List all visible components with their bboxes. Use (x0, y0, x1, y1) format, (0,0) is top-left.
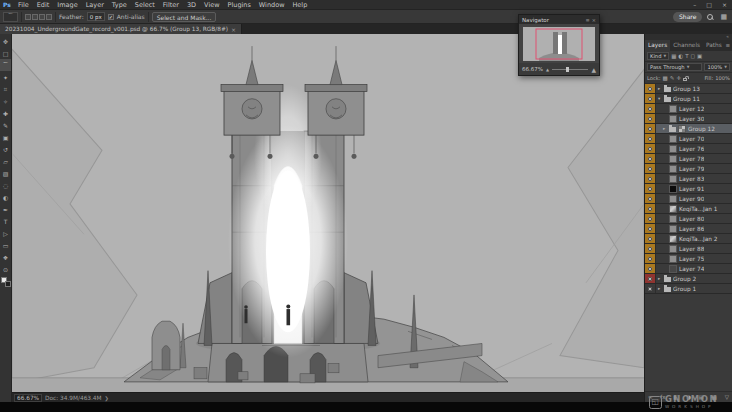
tool-path-selection[interactable]: ▷ (0, 227, 11, 239)
tool-lasso[interactable]: ⌒ (0, 59, 11, 71)
layer-row-layer-91[interactable]: Layer 91 (645, 184, 732, 194)
visibility-toggle[interactable] (645, 104, 656, 113)
layer-name[interactable]: Layer 90 (679, 196, 704, 202)
blend-mode-dropdown[interactable]: Pass Through ▼ (647, 63, 702, 71)
tool-gradient[interactable]: ▨ (0, 167, 11, 179)
artwork-canvas[interactable] (12, 34, 644, 392)
layer-row-body[interactable]: ▸ Group 12 (656, 124, 732, 133)
tool-pen[interactable]: ✒ (0, 203, 11, 215)
intersect-selection-icon[interactable] (46, 14, 52, 20)
visibility-toggle[interactable] (645, 154, 656, 163)
layer-row-layer-79[interactable]: Layer 79 (645, 164, 732, 174)
menu-plugins[interactable]: Plugins (224, 0, 255, 10)
layer-row-layer-78[interactable]: Layer 78 (645, 154, 732, 164)
layer-row-body[interactable]: Layer 80 (656, 214, 732, 223)
visibility-toggle[interactable] (645, 184, 656, 193)
layer-row-body[interactable]: ▸ Group 13 (656, 84, 732, 93)
menu-file[interactable]: File (14, 0, 33, 10)
visibility-toggle[interactable] (645, 224, 656, 233)
tool-brush[interactable]: ✎ (0, 119, 11, 131)
layer-name[interactable]: Layer 83 (679, 176, 704, 182)
menu-window[interactable]: Window (255, 0, 289, 10)
antialias-checkbox[interactable]: ✓ (108, 14, 114, 20)
layer-name[interactable]: Group 2 (673, 276, 696, 282)
layer-row-group-1[interactable]: ▸ Group 1 (645, 284, 732, 294)
layer-row-body[interactable]: Layer 70 (656, 134, 732, 143)
lock-position-icon[interactable]: ✛ (676, 75, 681, 81)
tool-clone-stamp[interactable]: ▣ (0, 131, 11, 143)
menu-type[interactable]: Type (108, 0, 131, 10)
visibility-toggle[interactable] (645, 144, 656, 153)
status-options-chevron-icon[interactable]: ❯ (105, 395, 109, 401)
tool-type[interactable]: T (0, 215, 11, 227)
menu-3d[interactable]: 3D (183, 0, 200, 10)
type-filter-icon[interactable]: T (685, 53, 688, 59)
navigator-menu-icon[interactable]: ≡ (586, 17, 590, 23)
navigator-close-icon[interactable]: × (592, 17, 596, 23)
slider-thumb[interactable] (566, 67, 569, 72)
pixel-filter-icon[interactable]: ▦ (671, 53, 676, 59)
zoom-level-input[interactable]: 66.67% (14, 394, 42, 402)
menu-image[interactable]: Image (53, 0, 81, 10)
layer-row-layer-90[interactable]: Layer 90 (645, 194, 732, 204)
panel-menu-icon[interactable]: ≡ (725, 40, 732, 51)
layer-row-layer-74[interactable]: Layer 74 (645, 264, 732, 274)
layer-row-layer-86[interactable]: Layer 86 (645, 224, 732, 234)
subtract-selection-icon[interactable] (39, 14, 45, 20)
layer-name[interactable]: Layer 12 (679, 106, 704, 112)
layer-row-body[interactable]: Layer 88 (656, 244, 732, 253)
layer-name[interactable]: Layer 88 (679, 246, 704, 252)
opacity-dropdown[interactable]: 100% ▼ (704, 63, 730, 71)
layer-row-layer-70[interactable]: Layer 70 (645, 134, 732, 144)
visibility-toggle[interactable] (645, 234, 656, 243)
expander-icon[interactable]: ▸ (658, 86, 662, 91)
layer-row-body[interactable]: Layer 74 (656, 264, 732, 273)
delete-layer-icon[interactable]: ▽ (725, 394, 729, 400)
tool-quick-selection[interactable]: ✦ (0, 71, 11, 83)
layer-name[interactable]: KeqiTa...Jan 2 (679, 236, 718, 242)
layer-row-group-2[interactable]: ▸ Group 2 (645, 274, 732, 284)
visibility-toggle[interactable] (645, 134, 656, 143)
workspace-switcher-icon[interactable]: ▦ (718, 12, 729, 22)
layer-row-body[interactable]: Layer 78 (656, 154, 732, 163)
tab-layers[interactable]: Layers (645, 40, 670, 51)
layer-row-body[interactable]: Layer 83 (656, 174, 732, 183)
tool-rectangular-marquee[interactable]: □ (0, 47, 11, 59)
layer-name[interactable]: Layer 78 (679, 156, 704, 162)
layer-row-keqita-jan-2[interactable]: KeqiTa...Jan 2 (645, 234, 732, 244)
visibility-toggle[interactable] (645, 274, 656, 283)
visibility-toggle[interactable] (645, 244, 656, 253)
tool-eyedropper[interactable]: ✧ (0, 95, 11, 107)
tool-dodge[interactable]: ◐ (0, 191, 11, 203)
layer-name[interactable]: Group 1 (673, 286, 696, 292)
zoom-in-icon[interactable]: ▲ (591, 66, 596, 73)
layer-name[interactable]: Group 11 (673, 96, 700, 102)
menu-layer[interactable]: Layer (82, 0, 108, 10)
layer-name[interactable]: Layer 70 (679, 136, 704, 142)
shape-filter-icon[interactable]: ◻ (691, 53, 696, 59)
filter-kind-dropdown[interactable]: Kind ▼ (647, 52, 669, 60)
color-swatches[interactable] (1, 277, 11, 287)
close-tab-icon[interactable]: × (231, 26, 236, 33)
visibility-toggle[interactable] (645, 284, 656, 293)
layer-name[interactable]: Layer 80 (679, 216, 704, 222)
visibility-toggle[interactable] (645, 124, 656, 133)
menu-select[interactable]: Select (131, 0, 159, 10)
layer-row-group-13[interactable]: ▸ Group 13 (645, 84, 732, 94)
background-color-swatch[interactable] (5, 281, 11, 287)
expander-icon[interactable]: ▸ (663, 126, 667, 131)
layer-name[interactable]: KeqiTa...Jan 1 (679, 206, 718, 212)
tool-hand[interactable]: ❖ (0, 251, 11, 263)
layer-row-body[interactable]: Layer 79 (656, 164, 732, 173)
layer-row-group-11[interactable]: ▾ Group 11 (645, 94, 732, 104)
layer-name[interactable]: Group 12 (688, 126, 715, 132)
document-tab[interactable]: 20231004_UndergroundGate_record_v001.psd… (0, 24, 242, 34)
layer-row-layer-30[interactable]: Layer 30 (645, 114, 732, 124)
layer-row-body[interactable]: Layer 75 (656, 254, 732, 263)
zoom-out-icon[interactable]: ▲ (546, 67, 549, 72)
tool-blur[interactable]: ◌ (0, 179, 11, 191)
layer-row-body[interactable]: KeqiTa...Jan 1 (656, 204, 732, 213)
visibility-toggle[interactable] (645, 264, 656, 273)
feather-input[interactable]: 0 px (87, 12, 105, 21)
tool-eraser[interactable]: ▱ (0, 155, 11, 167)
